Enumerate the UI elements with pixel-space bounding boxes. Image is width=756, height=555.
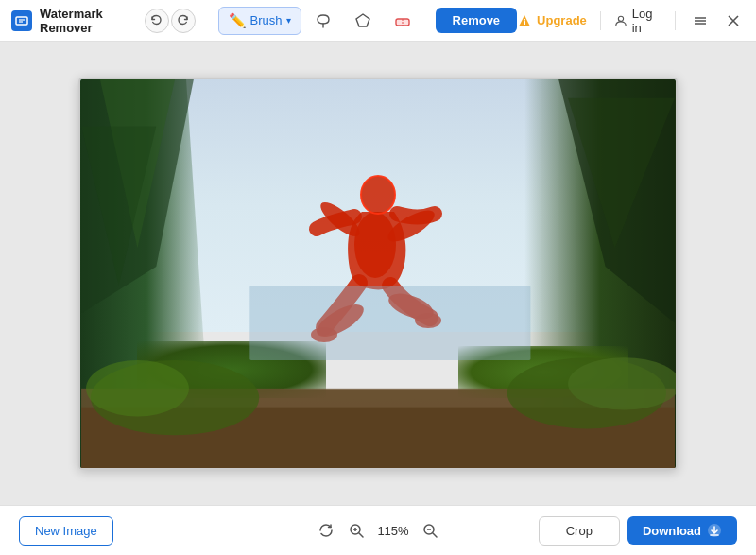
download-icon <box>707 523 722 538</box>
new-image-button[interactable]: New Image <box>19 516 113 546</box>
app-title: Watermark Remover <box>40 7 131 35</box>
zoom-value: 115% <box>375 524 411 538</box>
crop-button[interactable]: Crop <box>539 516 620 546</box>
polygon-tool-button[interactable] <box>345 8 381 34</box>
toolbar-tools: ✏️ Brush ▾ <box>218 7 421 35</box>
titlebar-right: Upgrade Log in <box>517 7 745 35</box>
rotate-button[interactable] <box>315 519 337 542</box>
menu-button[interactable] <box>689 8 713 34</box>
svg-point-9 <box>618 16 623 21</box>
undo-button[interactable] <box>145 9 169 33</box>
eraser-tool-button[interactable] <box>385 8 421 34</box>
user-icon <box>614 13 627 28</box>
titlebar: Watermark Remover ✏️ Brush <box>0 0 756 42</box>
remove-button[interactable]: Remove <box>436 8 518 33</box>
download-button[interactable]: Download <box>627 516 737 545</box>
zoom-out-button[interactable] <box>419 519 441 542</box>
bottom-left: New Image <box>19 516 113 546</box>
zoom-controls: 115% <box>315 519 441 542</box>
red-figure-mask <box>288 174 468 382</box>
close-button[interactable] <box>721 8 745 34</box>
eraser-icon <box>394 12 411 29</box>
brush-icon: ✏️ <box>229 12 247 29</box>
main-canvas-area <box>0 42 756 505</box>
app-logo <box>11 10 32 31</box>
svg-line-42 <box>433 533 437 537</box>
bottom-right: Crop Download <box>539 516 737 546</box>
menu-icon <box>693 13 708 28</box>
zoom-out-icon <box>421 522 438 539</box>
zoom-in-icon <box>348 522 365 539</box>
lasso-icon <box>315 12 332 29</box>
titlebar-left: Watermark Remover ✏️ Brush <box>11 7 517 35</box>
upgrade-button[interactable]: Upgrade <box>517 13 587 28</box>
canvas-container[interactable] <box>78 78 678 470</box>
close-icon <box>727 14 740 27</box>
svg-marker-3 <box>356 14 369 26</box>
bottom-bar: New Image 115% <box>0 505 756 555</box>
photo-background <box>80 79 676 468</box>
zoom-in-button[interactable] <box>345 519 368 542</box>
rotate-icon <box>318 522 335 539</box>
divider-1 <box>600 11 601 30</box>
lasso-tool-button[interactable] <box>305 8 341 34</box>
svg-rect-0 <box>16 17 27 25</box>
svg-rect-8 <box>524 19 525 21</box>
upgrade-icon <box>517 13 532 28</box>
redo-button[interactable] <box>171 9 196 33</box>
login-button[interactable]: Log in <box>614 7 662 35</box>
divider-2 <box>675 11 676 30</box>
svg-line-39 <box>359 533 363 537</box>
svg-rect-7 <box>524 21 525 25</box>
right-trees <box>524 79 676 468</box>
titlebar-nav <box>145 9 196 33</box>
brush-tool-button[interactable]: ✏️ Brush ▾ <box>218 7 301 35</box>
grass-right <box>458 346 628 398</box>
polygon-icon <box>354 12 371 29</box>
